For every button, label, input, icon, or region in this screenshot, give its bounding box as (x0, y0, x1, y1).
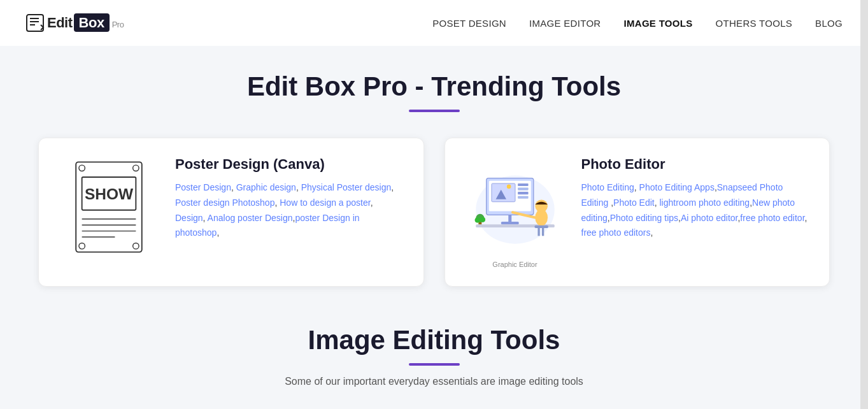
logo[interactable]: EditBoxPro (25, 12, 124, 34)
nav-image-editor[interactable]: IMAGE EDITOR (529, 18, 601, 29)
photo-editor-content: Photo Editor Photo Editing, Photo Editin… (581, 156, 811, 241)
poster-design-content: Poster Design (Canva) Poster Design, Gra… (175, 156, 404, 241)
tag-free-photo-editor[interactable]: free photo editor (740, 213, 804, 223)
logo-icon (25, 12, 47, 34)
svg-point-7 (79, 243, 85, 248)
nav-blog[interactable]: BLOG (815, 18, 843, 29)
svg-rect-24 (518, 196, 528, 199)
svg-rect-30 (534, 226, 548, 228)
logo-text: EditBoxPro (47, 15, 124, 31)
tag-graphic-design[interactable]: Graphic design (236, 182, 296, 192)
svg-point-36 (480, 217, 485, 222)
tag-poster-design[interactable]: Poster Design (175, 182, 231, 192)
poster-design-illustration: SHOW (58, 156, 160, 258)
svg-point-35 (474, 217, 480, 222)
svg-rect-26 (501, 222, 518, 224)
tag-photo-editing-tips[interactable]: Photo editing tips (610, 213, 678, 223)
header: EditBoxPro POSET DESIGN IMAGE EDITOR IMA… (0, 0, 868, 46)
svg-rect-0 (27, 15, 43, 31)
photo-editor-title: Photo Editor (581, 156, 811, 173)
graphic-editor-icon (471, 156, 560, 258)
tag-ai-photo-editor[interactable]: Ai photo editor (681, 213, 738, 223)
tag-design[interactable]: Design (175, 213, 203, 223)
nav-image-tools[interactable]: IMAGE TOOLS (624, 18, 693, 29)
svg-text:SHOW: SHOW (85, 185, 134, 203)
svg-point-5 (79, 165, 85, 171)
svg-point-6 (133, 165, 139, 171)
tag-photo-editing-apps[interactable]: Photo Editing Apps (639, 182, 715, 192)
scrollbar[interactable] (860, 0, 868, 409)
svg-rect-21 (518, 183, 528, 186)
tag-poster-photoshop[interactable]: Poster design Photoshop (175, 197, 274, 208)
svg-rect-31 (537, 228, 539, 236)
svg-point-8 (133, 243, 139, 248)
tag-physical-poster[interactable]: Physical Poster design (301, 182, 392, 192)
poster-design-tags: Poster Design, Graphic design, Physical … (175, 180, 404, 241)
tag-lightroom[interactable]: lightroom photo editing (659, 197, 750, 208)
hero-underline (409, 110, 460, 112)
svg-rect-25 (508, 215, 511, 222)
photo-editor-card[interactable]: Graphic Editor Photo Editor Photo Editin… (445, 138, 830, 287)
main-nav: POSET DESIGN IMAGE EDITOR IMAGE TOOLS OT… (432, 18, 843, 29)
photo-editor-illustration: Graphic Editor (464, 156, 566, 268)
graphic-editor-caption: Graphic Editor (492, 261, 537, 268)
poster-show-icon: SHOW (64, 156, 153, 258)
svg-point-29 (535, 199, 548, 212)
tools-section-title: Image Editing Tools (38, 325, 830, 355)
hero-section: Edit Box Pro - Trending Tools (38, 71, 830, 112)
svg-rect-4 (76, 162, 142, 252)
trending-tools-cards: SHOW Poster Design (Canva) Poster Design… (38, 138, 830, 287)
main-content: Edit Box Pro - Trending Tools SHOW (0, 46, 868, 409)
tag-photo-editing[interactable]: Photo Editing (581, 182, 634, 192)
page-title: Edit Box Pro - Trending Tools (38, 71, 830, 102)
svg-rect-22 (518, 188, 528, 190)
photo-editor-tags: Photo Editing, Photo Editing Apps,Snapse… (581, 180, 811, 241)
tag-analog-poster[interactable]: Analog poster Design (208, 213, 293, 223)
tag-photo-edit[interactable]: Photo Edit (613, 197, 655, 208)
svg-rect-23 (518, 192, 528, 194)
tools-section: Image Editing Tools Some of our importan… (38, 317, 830, 387)
tag-free-photo-editors[interactable]: free photo editors (581, 227, 651, 238)
nav-others-tools[interactable]: OTHERS TOOLS (716, 18, 793, 29)
tools-subtitle: Some of our important everyday essential… (38, 376, 830, 387)
svg-point-20 (506, 185, 511, 189)
tools-underline (409, 363, 460, 366)
poster-design-title: Poster Design (Canva) (175, 156, 404, 173)
poster-design-card[interactable]: SHOW Poster Design (Canva) Poster Design… (38, 138, 424, 287)
nav-poset-design[interactable]: POSET DESIGN (432, 18, 506, 29)
svg-rect-32 (542, 228, 544, 236)
tag-how-to-design[interactable]: How to design a poster (280, 197, 370, 208)
